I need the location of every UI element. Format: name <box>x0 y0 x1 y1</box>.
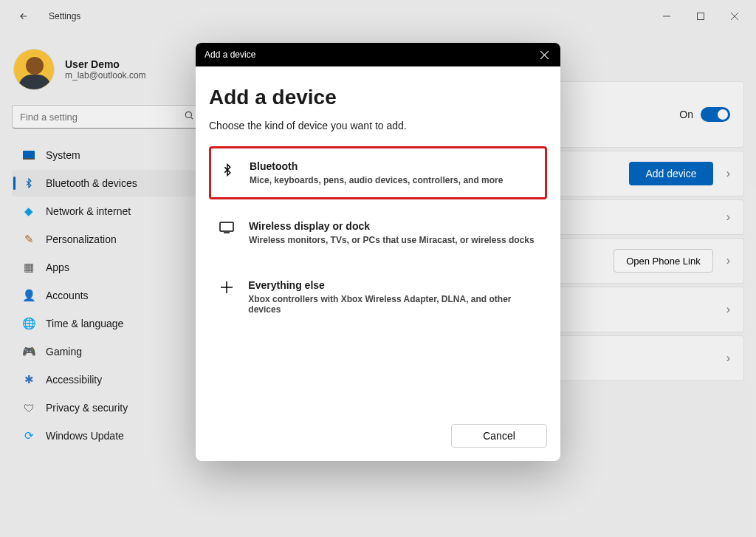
bluetooth-icon <box>219 162 236 178</box>
option-title: Wireless display or dock <box>249 220 535 232</box>
option-everything-else[interactable]: Everything else Xbox controllers with Xb… <box>209 266 547 328</box>
display-icon <box>218 222 236 233</box>
cancel-button[interactable]: Cancel <box>451 424 547 448</box>
option-subtitle: Wireless monitors, TVs, or PCs that use … <box>249 235 535 245</box>
dialog-heading: Add a device <box>209 86 547 109</box>
option-subtitle: Mice, keyboards, pens, audio devices, co… <box>250 175 503 185</box>
option-title: Bluetooth <box>250 160 503 172</box>
dialog-close-button[interactable] <box>534 46 554 64</box>
svg-rect-7 <box>220 222 233 231</box>
option-wireless-display[interactable]: Wireless display or dock Wireless monito… <box>209 207 547 259</box>
dialog-overlay: Add a device Add a device Choose the kin… <box>0 0 756 537</box>
option-subtitle: Xbox controllers with Xbox Wireless Adap… <box>248 294 538 315</box>
dialog-titlebar-title: Add a device <box>205 49 255 60</box>
dialog-subheading: Choose the kind of device you want to ad… <box>209 120 547 131</box>
option-title: Everything else <box>248 279 538 291</box>
add-device-dialog: Add a device Add a device Choose the kin… <box>196 43 560 461</box>
option-bluetooth[interactable]: Bluetooth Mice, keyboards, pens, audio d… <box>209 146 547 199</box>
plus-icon <box>218 281 235 294</box>
